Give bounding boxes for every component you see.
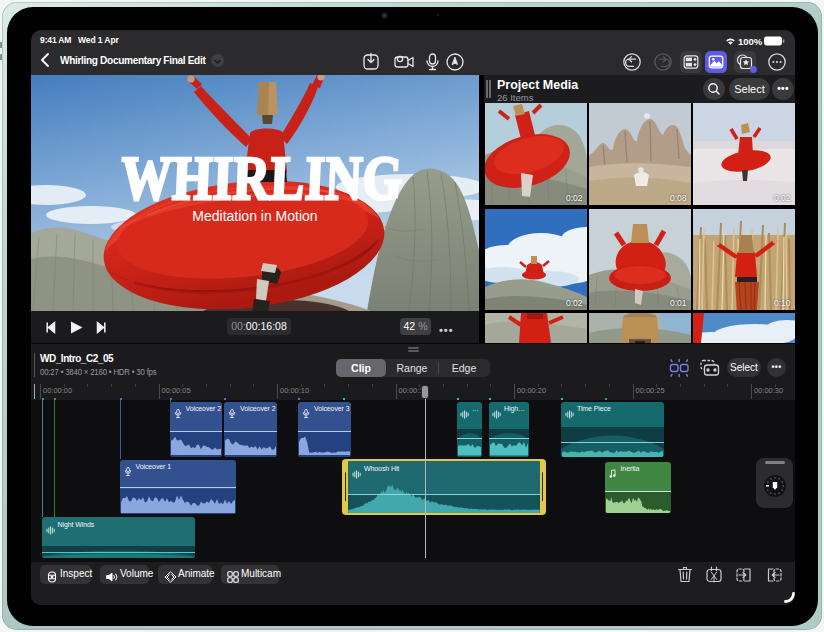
svg-text:100%: 100%: [738, 36, 763, 47]
